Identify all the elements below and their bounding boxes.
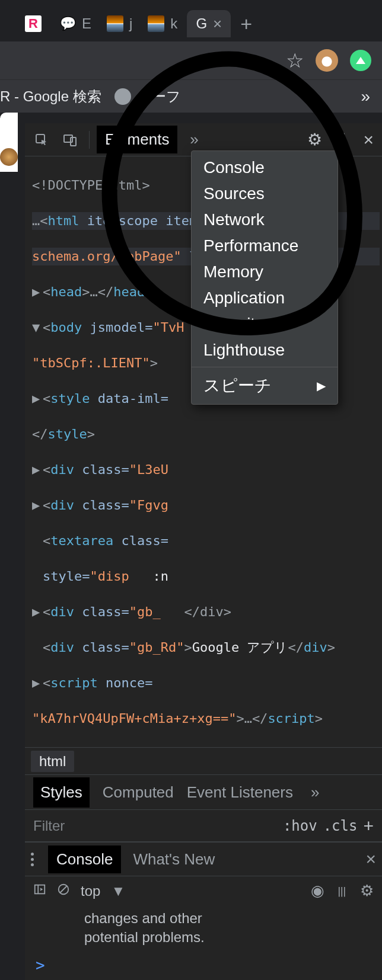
bookmarks-bar: R - Google 検索 カーフ » xyxy=(0,79,382,113)
val: "L3eU xyxy=(129,462,168,477)
bookmark-label: R - Google 検索 xyxy=(0,87,101,106)
val: "tbSCpf:.LIENT" xyxy=(32,356,150,370)
val: "kA7hrVQ4UpFW+cMia+z+xg==" xyxy=(32,711,236,726)
menu-item-console[interactable]: Console xyxy=(192,155,338,181)
settings-gear-icon[interactable]: ⚙ xyxy=(303,128,326,152)
devtools-drawer: Console What's New × top ▼ ◉ ⫼ ⚙ changes… xyxy=(25,842,382,980)
attr: class= xyxy=(74,640,129,655)
divider xyxy=(89,131,90,149)
val: "TvH xyxy=(152,320,184,335)
menu-item-application[interactable]: Application xyxy=(192,285,338,311)
val: "gb_Rd" xyxy=(129,640,184,655)
devtools-menu-kebab-icon[interactable] xyxy=(331,128,355,152)
menu-item-lighthouse[interactable]: Lighthouse xyxy=(192,337,338,363)
attr: nonce= xyxy=(98,675,153,690)
tag: head xyxy=(113,284,145,299)
filter-input[interactable]: Filter xyxy=(33,818,65,834)
context-dropdown-icon[interactable]: ▼ xyxy=(111,883,125,899)
menu-separator xyxy=(192,367,338,367)
console-sidebar-toggle-icon[interactable] xyxy=(33,883,46,899)
hov-toggle[interactable]: :hov xyxy=(283,818,317,834)
attr: class= xyxy=(74,498,129,513)
attr: itemscope item xyxy=(79,213,197,228)
extension-button[interactable] xyxy=(350,50,371,71)
ellipsis: … xyxy=(32,213,40,228)
console-filter-icon[interactable]: ⫼ xyxy=(335,883,349,899)
tab-3[interactable]: j xyxy=(101,10,138,37)
console-context-select[interactable]: top xyxy=(81,883,100,899)
menu-item-security[interactable]: Security xyxy=(192,311,338,337)
favicon-sunset-icon xyxy=(107,15,123,32)
styles-tab-bar: Styles Computed Event Listeners » xyxy=(25,774,382,810)
console-toolbar: top ▼ ◉ ⫼ ⚙ xyxy=(25,876,382,905)
close-tab-icon[interactable]: × xyxy=(213,15,222,33)
panels-overflow-menu: Console Sources Network Performance Memo… xyxy=(191,150,338,405)
url: /xjs/_/js/ xyxy=(145,747,223,747)
tab-event-listeners[interactable]: Event Listeners xyxy=(187,783,293,802)
drawer-tab-bar: Console What's New × xyxy=(25,843,382,876)
new-tab-button[interactable]: + xyxy=(240,12,252,36)
menu-item-memory[interactable]: Memory xyxy=(192,259,338,285)
favicon-sunset-icon xyxy=(148,15,164,32)
console-line: changes and other xyxy=(84,909,371,928)
console-line: potential problems. xyxy=(84,928,371,947)
favicon-r-icon: R xyxy=(25,15,42,32)
drawer-tab-console[interactable]: Console xyxy=(48,846,121,873)
tag: div xyxy=(50,498,74,513)
tab-2-label: E xyxy=(82,15,91,32)
github-icon xyxy=(114,88,131,105)
attr: class= xyxy=(74,462,129,477)
val: "Fgvg xyxy=(129,498,168,513)
cls-toggle[interactable]: .cls xyxy=(323,818,358,834)
tab-4-label: k xyxy=(170,15,177,32)
profile-avatar[interactable] xyxy=(316,49,338,72)
tag: style xyxy=(50,391,90,406)
menu-label: スピーチ xyxy=(203,374,272,397)
console-prompt[interactable]: > xyxy=(25,950,382,980)
live-expression-icon[interactable]: ◉ xyxy=(311,882,324,900)
tab-1[interactable]: R xyxy=(17,10,50,37)
tag: head xyxy=(50,284,82,299)
browser-toolbar: ☆ xyxy=(0,41,382,79)
tab-5-active[interactable]: G× xyxy=(187,10,231,37)
tab-styles[interactable]: Styles xyxy=(33,777,90,808)
styles-tabs-overflow-icon[interactable]: » xyxy=(311,783,319,802)
close-drawer-icon[interactable]: × xyxy=(365,849,376,869)
new-style-rule-icon[interactable]: + xyxy=(363,816,374,836)
breadcrumb-html[interactable]: html xyxy=(31,751,74,772)
menu-item-sources[interactable]: Sources xyxy=(192,181,338,207)
drawer-menu-kebab-icon[interactable] xyxy=(31,853,34,866)
device-toolbar-icon[interactable] xyxy=(58,128,82,152)
ellipsis: … xyxy=(244,711,252,726)
drawer-tab-whats-new[interactable]: What's New xyxy=(133,850,215,869)
tab-elements[interactable]: Elements xyxy=(97,126,177,153)
bookmark-item-2[interactable]: カーフ xyxy=(114,87,181,106)
inspect-element-icon[interactable] xyxy=(30,128,53,152)
svg-rect-3 xyxy=(35,885,45,893)
bookmarks-overflow-chevron-icon[interactable]: » xyxy=(361,87,370,106)
tab-3-label: j xyxy=(129,15,132,32)
console-output: changes and other potential problems. xyxy=(25,905,382,950)
tag: html xyxy=(48,213,79,228)
attr: src= xyxy=(98,747,137,747)
clear-console-icon[interactable] xyxy=(57,883,70,899)
tabs-overflow-chevron-icon[interactable]: » xyxy=(182,128,206,152)
favicon-chat-icon: 💬 xyxy=(59,15,76,32)
close-devtools-icon[interactable]: × xyxy=(359,130,377,150)
bookmark-item-1[interactable]: R - Google 検索 xyxy=(0,87,101,106)
bookmark-star-icon[interactable]: ☆ xyxy=(286,49,304,72)
tab-2[interactable]: 💬E xyxy=(53,10,97,37)
page-content-sliver xyxy=(0,113,18,172)
menu-item-network[interactable]: Network xyxy=(192,207,338,233)
bookmark-label: カーフ xyxy=(137,87,181,106)
tab-4[interactable]: k xyxy=(142,10,183,37)
tag: div xyxy=(50,640,74,655)
styles-filter-bar: Filter :hov .cls + xyxy=(25,810,382,842)
console-settings-gear-icon[interactable]: ⚙ xyxy=(360,882,374,900)
menu-item-speech[interactable]: スピーチ▶ xyxy=(192,371,338,401)
tab-computed[interactable]: Computed xyxy=(103,783,174,802)
ellipsis: … xyxy=(90,284,97,299)
val: schema.org/WebPage" xyxy=(32,249,182,264)
tag: div xyxy=(50,604,74,619)
menu-item-performance[interactable]: Performance xyxy=(192,233,338,259)
